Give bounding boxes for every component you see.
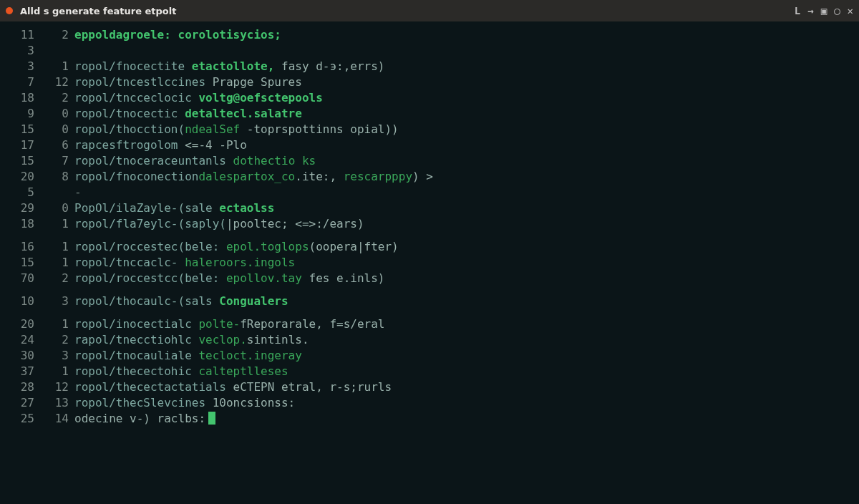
- code-token: 10oncsionss:: [213, 396, 296, 410]
- code-line: 303ropol/tnocauliale tecloct.ingeray: [7, 348, 852, 364]
- gutter-col-a: 70: [7, 271, 34, 286]
- code-token: rapol/tnecctiohlc: [74, 333, 198, 346]
- code-token: calteptlleses: [198, 364, 288, 378]
- code-content: ropol/thecSlevcines 10oncsionss:: [74, 395, 852, 411]
- code-line: 182ropol/tncceclocic voltg@oefsctepools: [7, 90, 852, 106]
- code-token: tecloct.ingeray: [198, 349, 302, 362]
- code-content: ropol/thecectactatials eCTEPN etral, r-s…: [74, 379, 852, 395]
- code-content: ropol/tncceclocic voltg@oefsctepools: [74, 90, 852, 106]
- code-token: ndealSef: [185, 122, 240, 136]
- code-token: ropol/tnocauliale: [74, 349, 198, 362]
- code-token: veclop.: [198, 333, 246, 346]
- code-token: <=-4 -Plo: [185, 138, 247, 152]
- code-content: ropol/thocaulc-(sals Congualers: [74, 294, 852, 309]
- code-token: (oopera|fter): [309, 240, 399, 253]
- code-token: [171, 28, 178, 42]
- gutter-col-a: 15: [7, 153, 34, 169]
- gutter-col-b: 14: [34, 411, 74, 427]
- gutter-col-a: 20: [7, 169, 34, 185]
- code-content: ropol/roccestec(bele: epol.toglops(ooper…: [74, 239, 852, 255]
- code-token: ropol/thecectohic: [74, 364, 198, 378]
- gutter-col-b: 13: [34, 395, 74, 411]
- gutter-col-b: 1: [34, 239, 74, 255]
- window-control-l-icon[interactable]: L: [795, 5, 800, 16]
- terminal-viewport[interactable]: 112eppoldagroele: corolotisycios;331ropo…: [0, 21, 859, 434]
- code-token: ropol/thecectactatials: [74, 380, 233, 394]
- code-token: ropol/tnoceraceuntanls: [74, 154, 233, 168]
- code-content: ropol/tncestlccines Prapge Spures: [74, 74, 852, 90]
- code-content: -: [74, 185, 852, 200]
- gutter-col-b: 8: [34, 169, 74, 185]
- code-line: 103ropol/thocaulc-(sals Congualers: [7, 294, 852, 309]
- gutter-col-b: 12: [34, 379, 74, 395]
- code-content: ropol/inocectialc polte-fReporarale, f=s…: [74, 316, 852, 332]
- gutter-col-a: 15: [7, 255, 34, 271]
- window-control-close-icon[interactable]: ✕: [848, 5, 853, 16]
- gutter-col-b: [34, 43, 74, 59]
- gutter-col-a: 30: [7, 348, 34, 364]
- code-token: rescarpppy: [344, 170, 412, 183]
- code-line: 2812ropol/thecectactatials eCTEPN etral,…: [7, 379, 852, 395]
- code-content: odecine v-) raclbs:: [74, 411, 852, 427]
- code-token: ropol/thocction(: [74, 122, 185, 136]
- window-titlebar: Alld s generate feature etpolt L → ▣ ◯ ✕: [0, 0, 859, 21]
- code-token: ropol/thecSlevcines: [74, 396, 213, 410]
- gutter-col-a: 24: [7, 332, 34, 348]
- gutter-col-b: 7: [34, 153, 74, 169]
- code-content: ropol/thocction(ndealSef -toprspottinns …: [74, 122, 852, 137]
- code-line: 702ropol/roccestcc(bele: epollov.tay fes…: [7, 271, 852, 286]
- gutter-col-a: 15: [7, 122, 34, 137]
- gutter-col-b: 0: [34, 106, 74, 122]
- code-content: ropol/roccestcc(bele: epollov.tay fes e.…: [74, 271, 852, 286]
- code-token: epollov.tay: [226, 271, 302, 285]
- gutter-col-a: 11: [7, 27, 34, 43]
- code-content: rapcesftrogolom <=-4 -Plo: [74, 137, 852, 153]
- gutter-col-a: 7: [7, 74, 34, 90]
- window-indicator-dot: [6, 7, 13, 14]
- code-content: ropol/tnoceraceuntanls dothectio ks: [74, 153, 852, 169]
- gutter-col-b: 1: [34, 364, 74, 379]
- code-line: 290PopOl/ilaZayle-(sale ectaolss: [7, 200, 852, 216]
- code-token: dothectio ks: [233, 154, 316, 168]
- gutter-col-b: 3: [34, 294, 74, 309]
- code-content: ropol/tnocauliale tecloct.ingeray: [74, 348, 852, 364]
- code-token: ropol/fnoconection: [74, 170, 198, 183]
- gutter-col-b: 2: [34, 90, 74, 106]
- blank-line: [7, 232, 852, 239]
- code-line: 161ropol/roccestec(bele: epol.toglops(oo…: [7, 239, 852, 255]
- code-line: 2713ropol/thecSlevcines 10oncsionss:: [7, 395, 852, 411]
- gutter-col-a: 29: [7, 200, 34, 216]
- code-token: ) >: [412, 170, 433, 183]
- gutter-col-b: 6: [34, 137, 74, 153]
- blank-line: [7, 286, 852, 294]
- code-token: -toprspottinns opial)): [240, 122, 399, 136]
- code-content: PopOl/ilaZayle-(sale ectaolss: [74, 200, 852, 216]
- code-line: 176rapcesftrogolom <=-4 -Plo: [7, 137, 852, 153]
- window-control-arrow-icon[interactable]: →: [807, 5, 813, 16]
- code-token: ectaolss: [219, 201, 274, 215]
- code-token: rapcesftrogolom: [74, 138, 185, 152]
- code-token: ropol/roccestec(bele:: [74, 240, 226, 253]
- window-control-maximize-icon[interactable]: ▣: [821, 5, 827, 16]
- gutter-col-a: 16: [7, 239, 34, 255]
- window-control-minimize-icon[interactable]: ◯: [834, 5, 840, 16]
- gutter-col-a: 5: [7, 185, 34, 200]
- code-content: ropol/tnccaclc- haleroors.ingols: [74, 255, 852, 271]
- gutter-col-b: 1: [34, 216, 74, 232]
- code-token: ropol/tnocectic: [74, 107, 185, 120]
- code-token: corolotisycios;: [178, 28, 282, 42]
- gutter-col-b: 2: [34, 332, 74, 348]
- gutter-col-b: 3: [34, 348, 74, 364]
- code-line: 201ropol/inocectialc polte-fReporarale, …: [7, 316, 852, 332]
- code-token: ropol/tncceclocic: [74, 91, 198, 105]
- gutter-col-a: 37: [7, 364, 34, 379]
- code-line: 112eppoldagroele: corolotisycios;: [7, 27, 852, 43]
- code-token: voltg@oefsctepools: [198, 91, 322, 105]
- code-token: ropol/thocaulc-(sals: [74, 294, 219, 308]
- gutter-col-a: 3: [7, 43, 34, 59]
- code-line: 3: [7, 43, 852, 59]
- code-token: eppoldagroele:: [74, 28, 171, 42]
- code-token: fasy d-э:,errs): [274, 59, 384, 73]
- code-token: ropol/tnccaclc-: [74, 256, 185, 269]
- code-token: -: [74, 185, 82, 199]
